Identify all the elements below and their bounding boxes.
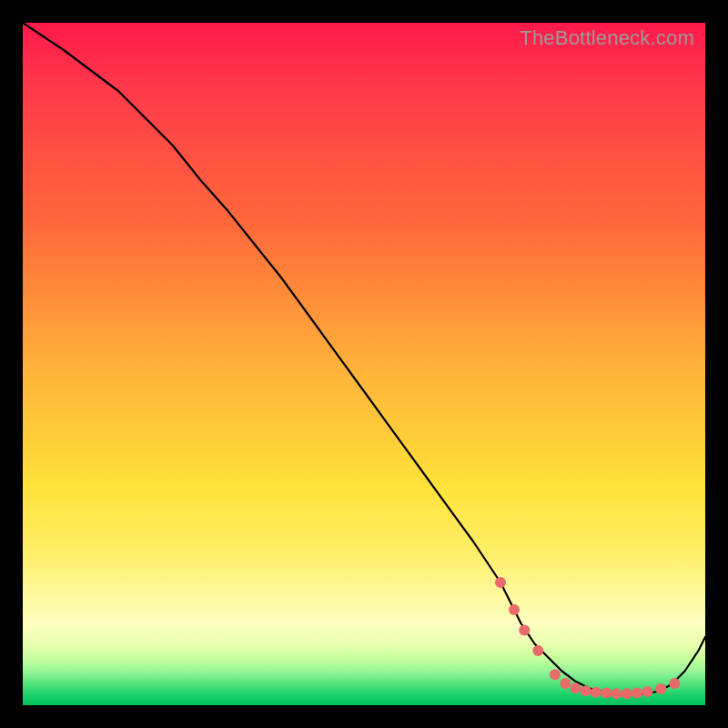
data-point <box>669 678 680 689</box>
chart-frame: TheBottleneck.com <box>0 0 728 728</box>
data-point <box>532 645 543 656</box>
data-point <box>655 683 666 694</box>
data-point <box>612 688 622 699</box>
data-point <box>632 688 642 699</box>
data-point <box>601 688 612 699</box>
data-point <box>519 625 530 636</box>
chart-plot-area: TheBottleneck.com <box>23 23 705 705</box>
data-point <box>571 682 581 693</box>
chart-svg <box>23 23 705 705</box>
data-point <box>622 688 632 699</box>
bottleneck-curve <box>23 23 705 693</box>
data-point <box>495 577 506 588</box>
data-point <box>581 685 592 696</box>
data-points-group <box>495 577 680 699</box>
data-point <box>550 669 561 680</box>
data-point <box>642 686 652 697</box>
data-point <box>509 604 520 615</box>
data-point <box>591 687 602 698</box>
data-point <box>560 678 571 689</box>
